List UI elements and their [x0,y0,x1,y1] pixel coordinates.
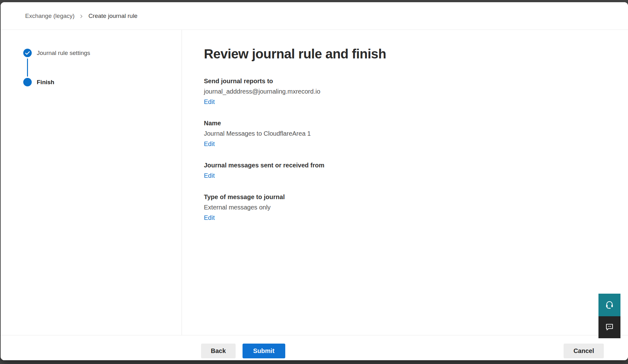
wizard-step-finish[interactable]: Finish [23,78,182,86]
chevron-right-icon [79,14,84,19]
headset-icon [605,300,614,310]
step-completed-check-icon [23,49,32,57]
wizard-step-label: Finish [37,79,54,86]
help-button[interactable] [598,294,620,316]
step-connector-line [27,58,28,77]
section-value: journal_adddress@journaling.mxrecord.io [204,86,443,97]
page-title: Review journal rule and finish [204,46,628,62]
app-window: Exchange (legacy) Create journal rule Jo… [1,2,628,360]
review-section: Send journal reports to journal_adddress… [204,76,443,107]
section-label: Type of message to journal [204,192,443,202]
submit-button[interactable]: Submit [243,344,285,358]
section-label: Name [204,118,443,128]
edit-link[interactable]: Edit [204,97,215,107]
breadcrumb-item-current: Create journal rule [88,13,137,19]
section-label: Send journal reports to [204,76,443,86]
review-section: Type of message to journal External mess… [204,192,443,223]
step-current-dot [23,78,32,86]
breadcrumb-bar: Exchange (legacy) Create journal rule [1,2,628,30]
section-value: External messages only [204,202,443,213]
feedback-button[interactable] [598,316,620,338]
review-section: Journal messages sent or received from E… [204,160,443,181]
content-area: Journal rule settings Finish Review jour… [1,30,628,335]
edit-link[interactable]: Edit [204,171,215,181]
breadcrumb: Exchange (legacy) Create journal rule [25,13,138,19]
cancel-button[interactable]: Cancel [564,344,604,358]
review-panel: Review journal rule and finish Send jour… [182,30,628,335]
review-sections: Send journal reports to journal_adddress… [204,76,628,223]
section-value: Journal Messages to CloudflareArea 1 [204,128,443,139]
edit-link[interactable]: Edit [204,139,215,149]
footer-bar: Back Submit Cancel [1,335,628,360]
review-section: Name Journal Messages to CloudflareArea … [204,118,443,149]
section-label: Journal messages sent or received from [204,160,443,171]
back-button[interactable]: Back [201,344,236,358]
edit-link[interactable]: Edit [204,213,215,223]
feedback-speech-bubble-icon [605,322,614,333]
breadcrumb-item-exchange-legacy[interactable]: Exchange (legacy) [25,13,74,19]
wizard-steps-panel: Journal rule settings Finish [1,30,182,335]
floating-side-buttons [598,294,620,338]
footer-primary-actions: Back Submit [201,344,285,358]
wizard-step-label: Journal rule settings [37,50,90,57]
wizard-step-journal-rule-settings[interactable]: Journal rule settings [23,49,182,57]
